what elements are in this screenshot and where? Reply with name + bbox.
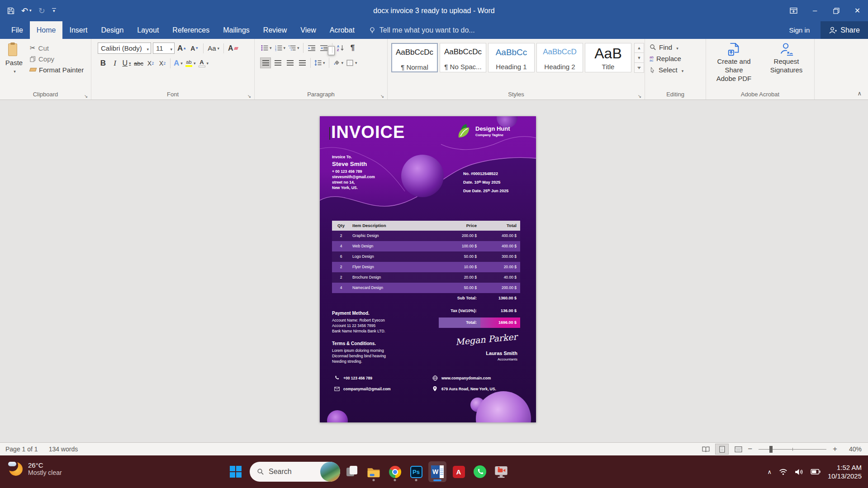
- format-painter-button[interactable]: Format Painter: [28, 64, 85, 75]
- zoom-out-icon[interactable]: [748, 445, 752, 454]
- tab-design[interactable]: Design: [94, 21, 130, 39]
- create-share-pdf-button[interactable]: Create and Share Adobe PDF: [708, 39, 760, 99]
- shading-button[interactable]: [332, 57, 345, 68]
- style-heading-1[interactable]: AaBbCcHeading 1: [488, 43, 535, 72]
- page-count[interactable]: Page 1 of 1: [0, 445, 43, 453]
- undo-icon[interactable]: [21, 7, 32, 15]
- tab-file[interactable]: File: [5, 21, 30, 39]
- request-signatures-button[interactable]: Request Signatures: [760, 39, 813, 99]
- styles-dialog-launcher[interactable]: [636, 91, 643, 98]
- tab-acrobat[interactable]: Acrobat: [323, 21, 361, 39]
- copy-button[interactable]: Copy: [28, 53, 85, 64]
- meeting-app-button[interactable]: [492, 461, 510, 482]
- tab-review[interactable]: Review: [256, 21, 294, 39]
- styles-scroll-up-icon[interactable]: ▲: [634, 43, 644, 53]
- task-view-button[interactable]: [343, 461, 361, 482]
- acrobat-button[interactable]: A: [450, 461, 468, 482]
- highlight-color-button[interactable]: ab: [185, 58, 197, 69]
- bold-button[interactable]: B: [98, 58, 109, 69]
- style-no-spacing[interactable]: AaBbCcDc¶ No Spac...: [440, 43, 486, 72]
- clipboard-dialog-launcher[interactable]: [83, 91, 89, 98]
- paragraph-dialog-launcher[interactable]: [379, 91, 385, 98]
- tab-mailings[interactable]: Mailings: [216, 21, 256, 39]
- customize-qat-icon[interactable]: ▾: [52, 8, 56, 13]
- select-button[interactable]: Select: [645, 64, 706, 76]
- restore-icon[interactable]: [825, 0, 847, 21]
- font-family-combo[interactable]: Calibri (Body): [98, 43, 151, 54]
- decrease-indent-button[interactable]: [306, 43, 317, 53]
- tab-references[interactable]: References: [166, 21, 216, 39]
- ribbon-display-options-icon[interactable]: [783, 0, 804, 21]
- redo-icon[interactable]: [38, 7, 45, 15]
- clear-formatting-button[interactable]: A: [227, 43, 239, 54]
- zoom-slider-thumb[interactable]: [769, 446, 773, 453]
- multilevel-list-button[interactable]: [288, 43, 300, 53]
- justify-button[interactable]: [297, 57, 308, 68]
- chrome-button[interactable]: [386, 461, 404, 482]
- tab-view[interactable]: View: [294, 21, 323, 39]
- change-case-button[interactable]: Aa: [207, 43, 220, 54]
- tell-me-box[interactable]: Tell me what you want to do...: [361, 21, 482, 39]
- zoom-level[interactable]: 40%: [840, 445, 862, 453]
- file-explorer-button[interactable]: [365, 461, 383, 482]
- underline-button[interactable]: U: [121, 58, 132, 69]
- align-left-button[interactable]: [260, 57, 271, 68]
- font-color-button[interactable]: A: [198, 58, 210, 69]
- tab-home[interactable]: Home: [30, 21, 63, 39]
- tab-layout[interactable]: Layout: [130, 21, 166, 39]
- subscript-button[interactable]: X2: [145, 58, 156, 69]
- style-heading-2[interactable]: AaBbCcDHeading 2: [536, 43, 583, 72]
- strikethrough-button[interactable]: abc: [133, 58, 144, 69]
- word-count[interactable]: 134 words: [43, 445, 84, 453]
- volume-icon[interactable]: [795, 468, 803, 476]
- style-normal[interactable]: AaBbCcDc¶ Normal: [391, 43, 438, 72]
- line-spacing-button[interactable]: [313, 57, 326, 68]
- align-center-button[interactable]: [272, 57, 283, 68]
- word-button[interactable]: W: [428, 461, 446, 482]
- replace-button[interactable]: abacReplace: [645, 53, 706, 64]
- font-size-combo[interactable]: 11: [153, 43, 175, 54]
- zoom-slider[interactable]: [759, 449, 826, 450]
- minimize-icon[interactable]: [804, 0, 825, 21]
- show-hide-pilcrow-button[interactable]: ¶: [347, 43, 358, 53]
- numbering-button[interactable]: [274, 43, 287, 53]
- style-title[interactable]: AaBTitle: [585, 43, 631, 72]
- bullets-button[interactable]: [260, 43, 273, 53]
- font-dialog-launcher[interactable]: [246, 91, 252, 98]
- save-icon[interactable]: [7, 7, 14, 14]
- photoshop-button[interactable]: Ps: [407, 461, 425, 482]
- web-layout-button[interactable]: [731, 444, 745, 455]
- increase-indent-button[interactable]: [318, 43, 329, 53]
- document-page[interactable]: INVOICE Design Hunt Company Tagline Invo…: [320, 116, 536, 422]
- collapse-ribbon-icon[interactable]: [857, 90, 862, 97]
- text-effects-button[interactable]: A: [173, 58, 184, 69]
- clock[interactable]: 1:52 AM 10/13/2025: [828, 463, 862, 480]
- paste-button[interactable]: Paste: [0, 39, 28, 99]
- styles-scroll-down-icon[interactable]: ▼: [634, 53, 644, 63]
- italic-button[interactable]: I: [109, 58, 120, 69]
- sort-button[interactable]: [335, 43, 346, 53]
- tray-expand-icon[interactable]: [767, 468, 772, 476]
- paste-dropdown-icon[interactable]: [12, 66, 16, 74]
- read-mode-button[interactable]: [699, 444, 712, 455]
- wifi-icon[interactable]: [779, 468, 787, 475]
- find-button[interactable]: Find: [645, 42, 706, 53]
- weather-widget[interactable]: 26°C Mostly clear: [7, 460, 62, 477]
- search-box[interactable]: Search: [250, 462, 340, 482]
- shrink-font-button[interactable]: A▼: [189, 43, 200, 54]
- sign-in-link[interactable]: Sign in: [778, 21, 821, 39]
- grow-font-button[interactable]: A▲: [176, 43, 187, 54]
- start-button[interactable]: [228, 461, 247, 482]
- share-button[interactable]: Share: [821, 21, 868, 39]
- battery-icon[interactable]: [811, 469, 821, 474]
- search-daily-image[interactable]: [320, 462, 340, 482]
- align-right-button[interactable]: [285, 57, 295, 68]
- tab-insert[interactable]: Insert: [62, 21, 94, 39]
- superscript-button[interactable]: X2: [157, 58, 168, 69]
- cut-button[interactable]: Cut: [28, 43, 85, 53]
- zoom-in-icon[interactable]: [833, 445, 837, 454]
- print-layout-button[interactable]: [715, 444, 729, 455]
- styles-more-icon[interactable]: ▼: [634, 63, 644, 73]
- whatsapp-button[interactable]: [471, 461, 489, 482]
- borders-button[interactable]: [346, 57, 358, 68]
